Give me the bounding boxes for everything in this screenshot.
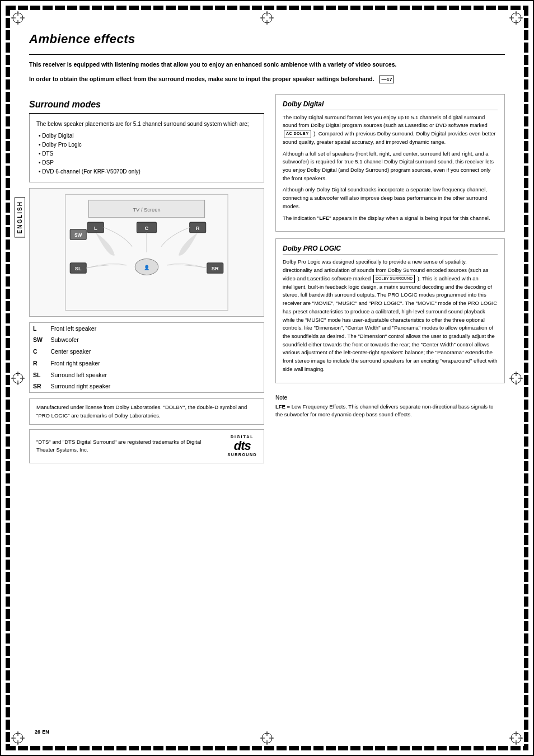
dolby-digital-para2: Although a full set of speakers (front l… [283, 150, 498, 183]
page-title: Ambience effects [29, 32, 505, 46]
crosshair-bottom-left [11, 731, 25, 745]
speaker-code: L [30, 322, 48, 334]
note-box: Note LFE = Low Frequency Effects. This c… [275, 390, 505, 424]
note-label: Note [275, 395, 498, 401]
speaker-code: R [30, 358, 48, 369]
speaker-label: Surround left speaker [48, 369, 264, 381]
list-item: Dolby Digital [39, 132, 257, 140]
speaker-code: SR [30, 381, 48, 392]
dolby-pro-logic-para: Dolby Pro Logic was designed specificall… [283, 258, 498, 373]
speaker-label: Front right speaker [48, 358, 264, 369]
left-border [6, 6, 10, 750]
dolby-digital-section: Dolby Digital The Dolby Digital surround… [275, 94, 505, 232]
right-column: Dolby Digital The Dolby Digital surround… [275, 94, 505, 468]
page-number: 26 EN [35, 729, 49, 738]
dolby-digital-title: Dolby Digital [283, 100, 498, 110]
speaker-label: Subwoofer [48, 334, 264, 346]
intro-para1: This receiver is equipped with listening… [29, 60, 505, 69]
list-item: Dolby Pro Logic [39, 140, 257, 149]
svg-text:👤: 👤 [144, 265, 150, 271]
dts-logo: DIGITAL dts SURROUND [228, 434, 257, 458]
table-row: SL Surround left speaker [30, 369, 264, 381]
dts-surround-label: SURROUND [228, 452, 257, 458]
dts-trademark-box: "DTS" and "DTS Digital Surround" are reg… [29, 429, 264, 463]
surround-desc: The below speaker placements are for 5.1… [36, 120, 257, 128]
svg-text:SL: SL [75, 266, 82, 271]
dolby-trademark-box: Manufactured under license from Dolby La… [29, 398, 264, 425]
svg-text:SR: SR [212, 266, 219, 271]
surround-modes-title: Surround modes [29, 100, 264, 110]
crosshair-top-right [509, 11, 523, 25]
crosshair-top-left [11, 11, 25, 25]
title-divider [29, 54, 505, 55]
dolby-trademark-text: Manufactured under license from Dolby La… [36, 403, 257, 420]
surround-modes-box: The below speaker placements are for 5.1… [29, 114, 264, 182]
table-row: R Front right speaker [30, 358, 264, 369]
speaker-label: Surround right speaker [48, 381, 264, 392]
crosshair-mid-right [509, 372, 523, 385]
speaker-diagram: TV / Screen C L R 👤 [29, 188, 264, 317]
page: ENGLISH 26 EN Ambience effects This rece… [0, 0, 534, 756]
speaker-table: L Front left speaker SW Subwoofer C Cent… [29, 322, 264, 393]
dolby-digital-para3: Although only Dolby Digital soundtracks … [283, 186, 498, 210]
dolby-pro-logic-section: Dolby PRO LOGIC Dolby Pro Logic was desi… [275, 238, 505, 383]
left-column: Surround modes The below speaker placeme… [29, 94, 264, 468]
list-item: DTS [39, 149, 257, 158]
svg-text:L: L [94, 225, 97, 231]
dolby-digital-para1: The Dolby Digital surround format lets y… [283, 114, 498, 147]
modes-list: Dolby Digital Dolby Pro Logic DTS DSP DV… [39, 132, 257, 176]
dolby-digital-para4: The indication "LFE" appears in the disp… [283, 214, 498, 223]
speaker-label: Center speaker [48, 346, 264, 358]
svg-text:C: C [145, 225, 149, 231]
language-tab: ENGLISH [15, 197, 25, 237]
speaker-label: Front left speaker [48, 322, 264, 334]
crosshair-bottom-mid [260, 731, 274, 745]
intro-para2: In order to obtain the optimum effect fr… [29, 75, 505, 84]
speaker-code: SW [30, 334, 48, 346]
dts-main-logo: dts [228, 440, 257, 452]
svg-text:R: R [196, 225, 200, 231]
dolby-badge: AC DOLBY [284, 130, 311, 138]
table-row: L Front left speaker [30, 322, 264, 334]
dolby-pro-logic-title: Dolby PRO LOGIC [283, 245, 498, 255]
pro-logic-badge: DOLBY SURROUND [373, 275, 415, 283]
note-text: LFE = Low Frequency Effects. This channe… [275, 403, 498, 419]
dts-trademark-text: "DTS" and "DTS Digital Surround" are reg… [36, 438, 221, 454]
crosshair-mid-left [11, 372, 25, 385]
table-row: SW Subwoofer [30, 334, 264, 346]
crosshair-top-mid [260, 11, 274, 25]
svg-text:SW: SW [74, 232, 82, 238]
list-item: DSP [39, 158, 257, 167]
list-item: DVD 6-channel (For KRF-V5070D only) [39, 167, 257, 176]
speaker-code: SL [30, 369, 48, 381]
right-border [524, 6, 528, 750]
speaker-code: C [30, 346, 48, 358]
crosshair-bottom-right [509, 731, 523, 745]
table-row: SR Surround right speaker [30, 381, 264, 392]
table-row: C Center speaker [30, 346, 264, 358]
svg-text:TV / Screen: TV / Screen [133, 207, 160, 213]
